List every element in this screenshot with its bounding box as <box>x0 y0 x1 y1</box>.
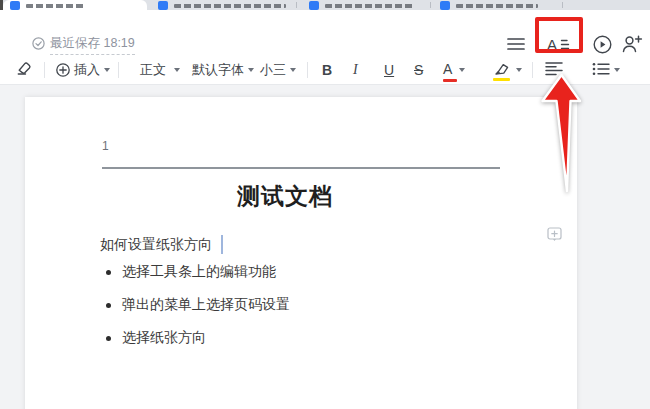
browser-tab-strip <box>0 0 650 10</box>
bold-label: B <box>322 62 332 78</box>
doc-icon <box>309 1 319 10</box>
header-rule <box>102 167 500 169</box>
insert-label: 插入 <box>74 61 100 79</box>
text-style-letter: A <box>547 36 557 53</box>
hamburger-icon <box>507 37 525 55</box>
doc-icon <box>158 1 168 10</box>
strikethrough-label: S <box>414 62 423 78</box>
bullet-dot <box>106 303 111 308</box>
clear-format-button[interactable] <box>16 55 33 85</box>
bullet-item[interactable]: 弹出的菜单上选择页码设置 <box>106 296 290 314</box>
text-style-icon: A <box>547 35 570 57</box>
text-style-button[interactable]: A <box>547 35 569 57</box>
share-button[interactable] <box>621 35 643 57</box>
add-comment-icon[interactable] <box>547 227 562 246</box>
check-circle-icon <box>32 37 45 53</box>
present-button[interactable] <box>591 35 613 57</box>
italic-label: I <box>353 62 358 78</box>
app-header: 最近保存 18:19 A <box>0 10 650 55</box>
chevron-down-icon <box>104 68 110 72</box>
save-status-text: 最近保存 18:19 <box>50 35 135 55</box>
chevron-down-icon <box>614 68 620 72</box>
chevron-down-icon <box>174 68 180 72</box>
underline-label: U <box>384 62 394 78</box>
insert-button[interactable]: 插入 <box>56 55 110 85</box>
align-button[interactable] <box>545 55 563 85</box>
page-number: 1 <box>102 139 109 153</box>
menu-button[interactable] <box>505 35 527 57</box>
bold-button[interactable]: B <box>322 55 332 85</box>
browser-tab[interactable] <box>433 0 559 10</box>
tab-divider <box>430 2 431 8</box>
bullet-item[interactable]: 选择纸张方向 <box>106 329 206 347</box>
save-status: 最近保存 18:19 <box>32 34 135 56</box>
font-size-select[interactable]: 小三 <box>260 55 296 85</box>
tab-title-clipped <box>26 4 84 8</box>
browser-tab[interactable] <box>150 0 295 10</box>
paragraph-style-value: 正文 <box>140 61 166 79</box>
paragraph-text[interactable]: 如何设置纸张方向 <box>100 236 212 254</box>
tab-divider <box>296 2 297 8</box>
highlight-color-bar <box>493 78 510 81</box>
font-size-value: 小三 <box>260 61 286 79</box>
bullet-item[interactable]: 选择工具条上的编辑功能 <box>106 263 276 281</box>
font-color-letter: A <box>443 61 452 77</box>
bullet-list-icon <box>592 62 610 79</box>
browser-tab-active[interactable] <box>3 0 147 10</box>
font-family-value: 默认字体 <box>192 61 244 79</box>
highlight-button[interactable] <box>493 55 522 85</box>
doc-icon <box>440 1 450 10</box>
chevron-down-icon <box>248 68 254 72</box>
bullet-dot <box>106 336 111 341</box>
italic-button[interactable]: I <box>353 55 358 85</box>
underline-button[interactable]: U <box>384 55 394 85</box>
text-cursor <box>221 235 223 254</box>
format-toolbar: 插入 正文 默认字体 小三 B I U S A <box>0 55 650 85</box>
eraser-icon <box>16 60 33 80</box>
align-left-icon <box>545 61 563 79</box>
browser-tab[interactable] <box>300 0 428 10</box>
circle-plus-icon <box>56 63 70 77</box>
tab-title-clipped <box>325 4 413 8</box>
paragraph-style-select[interactable]: 正文 <box>140 55 180 85</box>
list-button[interactable] <box>592 55 620 85</box>
document-page[interactable]: 1 测试文档 如何设置纸张方向 选择工具条上的编辑功能 弹出的菜单上选择页码设置… <box>25 97 577 409</box>
chevron-down-icon <box>290 68 296 72</box>
chevron-down-icon <box>516 68 522 72</box>
tab-title-clipped <box>456 4 538 8</box>
bullet-text: 选择纸张方向 <box>122 329 206 347</box>
tab-title-clipped <box>174 4 286 8</box>
document-canvas: 1 测试文档 如何设置纸张方向 选择工具条上的编辑功能 弹出的菜单上选择页码设置… <box>0 85 650 409</box>
chevron-down-icon <box>459 68 465 72</box>
tab-divider <box>562 2 563 8</box>
bullet-text: 弹出的菜单上选择页码设置 <box>122 296 290 314</box>
doc-icon <box>10 1 20 10</box>
strikethrough-button[interactable]: S <box>414 55 423 85</box>
app-window: 最近保存 18:19 A <box>0 0 650 409</box>
highlighter-icon <box>493 62 510 76</box>
font-color-button[interactable]: A <box>443 55 465 85</box>
document-title: 测试文档 <box>70 181 500 212</box>
font-family-select[interactable]: 默认字体 <box>192 55 254 85</box>
font-color-bar <box>443 79 457 82</box>
bullet-text: 选择工具条上的编辑功能 <box>122 263 276 281</box>
bullet-dot <box>106 270 111 275</box>
